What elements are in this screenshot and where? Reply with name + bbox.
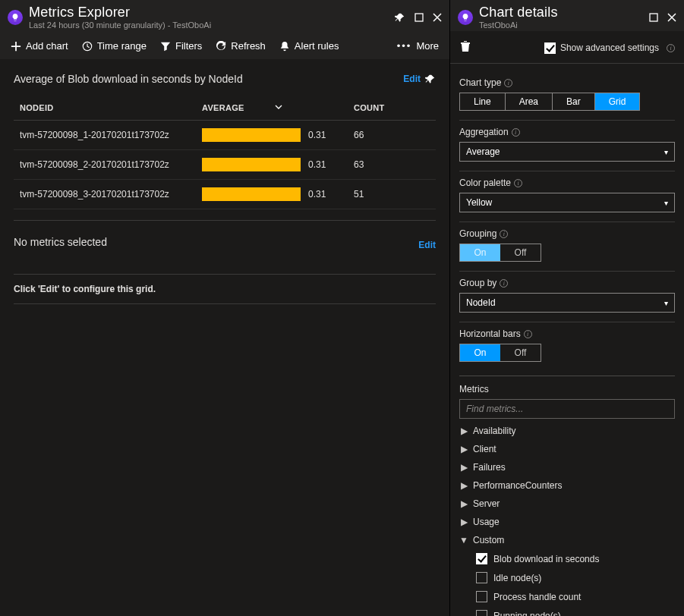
show-advanced-checkbox[interactable]: Show advanced settings i (544, 42, 675, 54)
pin-chart-icon[interactable] (425, 74, 436, 84)
metric-group-availability[interactable]: ▶Availability (459, 422, 675, 440)
metric-checkbox[interactable] (476, 591, 487, 602)
bar-icon (202, 128, 301, 142)
caret-right-icon: ▶ (461, 426, 467, 436)
metric-label: Running node(s) (493, 611, 561, 617)
caret-right-icon: ▶ (461, 498, 467, 509)
cell-nodeid: tvm-57200098_2-20170201t173702z (14, 150, 196, 180)
right-panel-title: Chart details (479, 5, 649, 20)
grouping-off[interactable]: Off (500, 244, 541, 261)
edit-chart-link[interactable]: Edit (403, 74, 421, 84)
configure-hint: Click 'Edit' to configure this grid. (14, 284, 436, 294)
close-icon[interactable] (667, 13, 676, 22)
average-value: 0.31 (308, 130, 334, 140)
chart-block-1: Average of Blob download in seconds by N… (14, 73, 436, 221)
col-count[interactable]: COUNT (348, 96, 436, 121)
pin-icon[interactable] (395, 12, 405, 23)
right-content: Chart typei LineAreaBarGrid Aggregationi… (450, 64, 684, 616)
metric-checkbox[interactable] (476, 572, 487, 583)
maximize-icon[interactable] (414, 13, 424, 22)
caret-right-icon: ▶ (461, 444, 467, 454)
delete-icon[interactable] (459, 40, 471, 55)
hbar-on[interactable]: On (460, 344, 500, 361)
left-toolbar: Add chart Time range Filters Refresh Ale… (0, 31, 449, 59)
average-value: 0.31 (308, 159, 334, 170)
chart-type-grid[interactable]: Grid (595, 93, 640, 110)
info-icon[interactable]: i (524, 330, 532, 338)
metric-checkbox[interactable] (476, 610, 487, 616)
metric-item[interactable]: Blob download in seconds (459, 549, 675, 568)
chevron-down-icon: ▾ (664, 148, 668, 156)
grouping-on[interactable]: On (460, 244, 500, 261)
aggregation-dropdown[interactable]: Average▾ (459, 142, 675, 162)
chevron-down-icon: ▾ (664, 199, 668, 207)
divider (459, 171, 675, 171)
average-value: 0.31 (308, 189, 334, 200)
cell-nodeid: tvm-57200098_1-20170201t173702z (14, 121, 196, 150)
more-button[interactable]: ••• More (397, 40, 439, 52)
table-row[interactable]: tvm-57200098_2-20170201t173702z0.3163 (14, 150, 436, 180)
chart-type-label: Chart typei (459, 77, 675, 88)
chart-type-segmented[interactable]: LineAreaBarGrid (459, 93, 640, 111)
insights-icon (8, 10, 23, 25)
chart-type-line[interactable]: Line (460, 93, 506, 110)
divider (14, 303, 436, 304)
metric-group-failures[interactable]: ▶Failures (459, 458, 675, 476)
metric-item[interactable]: Idle node(s) (459, 568, 675, 587)
time-range-button[interactable]: Time range (82, 40, 147, 52)
info-icon[interactable]: i (500, 230, 508, 238)
metric-group-client[interactable]: ▶Client (459, 440, 675, 458)
metric-label: Idle node(s) (493, 573, 541, 583)
info-icon[interactable]: i (514, 179, 522, 187)
left-panel-title: Metrics Explorer (29, 5, 395, 20)
color-palette-dropdown[interactable]: Yellow▾ (459, 193, 675, 212)
svg-rect-2 (650, 14, 657, 21)
divider (459, 322, 675, 322)
metric-group-performancecounters[interactable]: ▶PerformanceCounters (459, 476, 675, 495)
refresh-label: Refresh (231, 40, 266, 52)
divider (459, 120, 675, 121)
bar-icon (202, 158, 301, 171)
cell-average: 0.31 (196, 150, 348, 180)
info-icon[interactable]: i (512, 128, 520, 137)
metric-group-label: Usage (473, 517, 500, 527)
grouping-toggle[interactable]: On Off (459, 244, 541, 262)
divider (459, 222, 675, 222)
cell-average: 0.31 (196, 180, 348, 209)
color-palette-value: Yellow (466, 197, 492, 208)
grouping-label: Groupingi (459, 228, 675, 239)
info-icon[interactable]: i (500, 279, 508, 288)
refresh-button[interactable]: Refresh (216, 40, 266, 52)
metric-item[interactable]: Process handle count (459, 587, 675, 606)
filters-button[interactable]: Filters (160, 40, 202, 52)
metric-group-server[interactable]: ▶Server (459, 495, 675, 513)
metric-group-usage[interactable]: ▶Usage (459, 513, 675, 531)
col-nodeid[interactable]: NODEID (14, 96, 196, 121)
edit-empty-link[interactable]: Edit (418, 240, 436, 250)
left-content: Average of Blob download in seconds by N… (0, 59, 449, 616)
add-chart-button[interactable]: Add chart (11, 40, 68, 52)
time-range-label: Time range (97, 40, 147, 52)
metric-checkbox[interactable] (476, 553, 487, 564)
close-icon[interactable] (433, 13, 442, 22)
horizontal-bars-toggle[interactable]: On Off (459, 344, 541, 362)
table-row[interactable]: tvm-57200098_1-20170201t173702z0.3166 (14, 121, 436, 150)
chart-type-bar[interactable]: Bar (553, 93, 595, 110)
show-advanced-input[interactable] (544, 42, 556, 54)
chart-type-area[interactable]: Area (506, 93, 553, 110)
table-row[interactable]: tvm-57200098_3-20170201t173702z0.3151 (14, 180, 436, 209)
hbar-off[interactable]: Off (500, 344, 541, 361)
divider (459, 376, 675, 376)
alert-rules-button[interactable]: Alert rules (279, 40, 339, 52)
info-icon[interactable]: i (667, 44, 675, 52)
col-average[interactable]: AVERAGE (196, 96, 348, 121)
metric-group-custom[interactable]: ▼Custom (459, 531, 675, 549)
metrics-search-input[interactable] (459, 399, 675, 419)
info-icon[interactable]: i (504, 79, 512, 87)
group-by-value: NodeId (466, 297, 496, 308)
bar-icon (202, 187, 301, 201)
metric-item[interactable]: Running node(s) (459, 606, 675, 616)
maximize-icon[interactable] (649, 13, 658, 22)
group-by-dropdown[interactable]: NodeId▾ (459, 293, 675, 313)
left-panel-header: Metrics Explorer Last 24 hours (30 minut… (0, 0, 449, 31)
